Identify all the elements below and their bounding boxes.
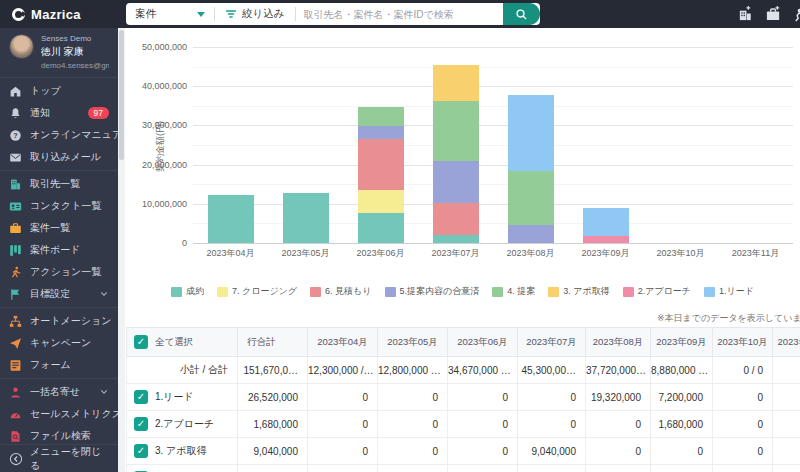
kanban-icon	[9, 244, 22, 257]
sidebar-item-envelope[interactable]: 取り込みメール	[0, 146, 118, 168]
sidebar-item-label: 案件ボード	[30, 243, 80, 257]
legend-item[interactable]: 7. クロージング	[217, 285, 297, 298]
sidebar-item-flag[interactable]: 目標設定	[0, 283, 118, 305]
filter-button[interactable]: 絞り込み	[215, 3, 295, 25]
legend-swatch	[623, 287, 634, 297]
close-menu-button[interactable]: メニューを閉じる	[0, 444, 118, 472]
sidebar-item-kanban[interactable]: 案件ボード	[0, 239, 118, 261]
add-action-button[interactable]	[792, 5, 800, 22]
chart-legend: 成約7. クロージング6. 見積もり5.提案内容の合意済4. 提案3. アポ取得…	[125, 285, 800, 298]
sidebar-item-idcard[interactable]: コンタクト一覧	[0, 195, 118, 217]
legend-label: 成約	[186, 285, 204, 298]
table-row: ✓4. 提案33,820,000004,720,00015,380,00013,…	[127, 465, 800, 472]
bar-segment[interactable]	[508, 95, 554, 171]
bar-segment[interactable]	[433, 101, 479, 161]
legend-item[interactable]: 6. 見積もり	[310, 285, 371, 298]
sidebar-item-person[interactable]: 一括名寄せ	[0, 381, 118, 403]
runner-icon	[9, 266, 22, 279]
add-deal-button[interactable]	[765, 5, 782, 22]
value-cell: 26,520,000	[238, 384, 308, 411]
legend-label: 7. クロージング	[232, 285, 297, 298]
bar-segment[interactable]	[358, 213, 404, 243]
sidebar-item-label: 通知	[30, 106, 50, 120]
search-icon	[515, 8, 528, 21]
sidebar-item-metrics[interactable]: セールスメトリクス	[0, 403, 118, 425]
scrollbar-thumb[interactable]	[119, 30, 124, 160]
value-cell: 9,040,000	[518, 438, 586, 465]
legend-label: 4. 提案	[507, 285, 535, 298]
bar-segment[interactable]	[283, 193, 329, 243]
row-checkbox[interactable]: ✓	[134, 390, 148, 404]
legend-item[interactable]: 1.リード	[704, 285, 754, 298]
table-row: ✓3. アポ取得9,040,0000009,040,000000	[127, 438, 800, 465]
stage-label-cell: ✓3. アポ取得	[127, 438, 238, 465]
sidebar-item-runner[interactable]: アクション一覧	[0, 261, 118, 283]
bar-segment[interactable]	[358, 107, 404, 126]
bar-segment[interactable]	[433, 235, 479, 243]
question-icon: ?	[9, 129, 22, 142]
chevron-down-icon	[99, 289, 109, 299]
bar-segment[interactable]	[583, 236, 629, 243]
content-scrollbar[interactable]	[118, 28, 125, 472]
sidebar-item-home[interactable]: トップ	[0, 80, 118, 102]
row-checkbox[interactable]: ✓	[134, 417, 148, 431]
legend-item[interactable]: 5.提案内容の合意済	[385, 285, 480, 298]
subtotal-value-cell: 34,670,000 …	[448, 357, 518, 384]
bar-segment[interactable]	[433, 65, 479, 100]
x-tick-label: 2023年04月	[193, 247, 268, 260]
y-tick-label: 50,000,000	[125, 42, 187, 52]
add-account-button[interactable]	[737, 5, 754, 22]
sidebar-item-label: オートメーション	[30, 314, 111, 328]
bar-segment[interactable]	[208, 195, 254, 243]
sidebar-item-form[interactable]: フォーム	[0, 354, 118, 376]
sidebar-item-bell[interactable]: 通知97	[0, 102, 118, 124]
sidebar-item-filesearch[interactable]: ファイル検索	[0, 425, 118, 444]
add-deal-icon	[765, 5, 782, 22]
legend-item[interactable]: 3. アポ取得	[548, 285, 609, 298]
chevron-down-icon	[99, 387, 109, 397]
user-profile[interactable]: Senses Demo 徳川 家康 demo4.senses@gmai…	[0, 28, 118, 75]
bar-segment[interactable]	[358, 190, 404, 213]
pivot-table: ✓全て選択行合計2023年04月2023年05月2023年06月2023年07月…	[126, 327, 800, 472]
sidebar-item-label: フォーム	[30, 358, 71, 372]
envelope-icon	[9, 151, 22, 164]
value-cell: 0	[713, 384, 773, 411]
legend-label: 1.リード	[719, 285, 754, 298]
stage-label: 2.アプローチ	[155, 417, 214, 431]
value-cell: 0	[651, 465, 713, 472]
legend-item[interactable]: 成約	[171, 285, 204, 298]
entity-type-dropdown[interactable]: 案件	[126, 3, 214, 25]
idcard-icon	[9, 200, 22, 213]
sidebar-item-sitemap[interactable]: オートメーション	[0, 310, 118, 332]
sidebar-item-paperplane[interactable]: キャンペーン	[0, 332, 118, 354]
value-cell	[773, 384, 800, 411]
sidebar-item-label: コンタクト一覧	[30, 199, 101, 213]
x-tick-label: 2023年10月	[643, 247, 718, 260]
global-search-input[interactable]	[296, 3, 504, 25]
legend-item[interactable]: 2.アプローチ	[623, 285, 691, 298]
select-all-checkbox[interactable]: ✓	[134, 335, 148, 349]
paperplane-icon	[9, 337, 22, 350]
bar-segment[interactable]	[358, 126, 404, 139]
stage-label-cell: ✓1.リード	[127, 384, 238, 411]
bar-segment[interactable]	[358, 139, 404, 190]
legend-item[interactable]: 4. 提案	[492, 285, 535, 298]
chevron-left-circle-icon	[9, 452, 23, 466]
sidebar-item-question[interactable]: ?オンラインマニュアル	[0, 124, 118, 146]
row-checkbox[interactable]: ✓	[134, 444, 148, 458]
value-cell: 0	[586, 438, 651, 465]
bar-segment[interactable]	[508, 225, 554, 243]
search-submit-button[interactable]	[503, 3, 540, 25]
bar-segment[interactable]	[433, 203, 479, 235]
top-bar: Mazrica 案件 絞り込み	[0, 0, 800, 28]
sidebar-item-briefcase[interactable]: 案件一覧	[0, 217, 118, 239]
bar-segment[interactable]	[583, 208, 629, 236]
bar-segment[interactable]	[433, 161, 479, 203]
bar-segment[interactable]	[508, 171, 554, 225]
app-logo[interactable]: Mazrica	[12, 0, 81, 28]
subtotal-value-cell: 8,880,000 …	[651, 357, 713, 384]
column-header: 2023年04月	[308, 328, 378, 357]
sidebar-item-building[interactable]: 取引先一覧	[0, 173, 118, 195]
x-tick-label: 2023年09月	[568, 247, 643, 260]
legend-swatch	[171, 287, 182, 297]
